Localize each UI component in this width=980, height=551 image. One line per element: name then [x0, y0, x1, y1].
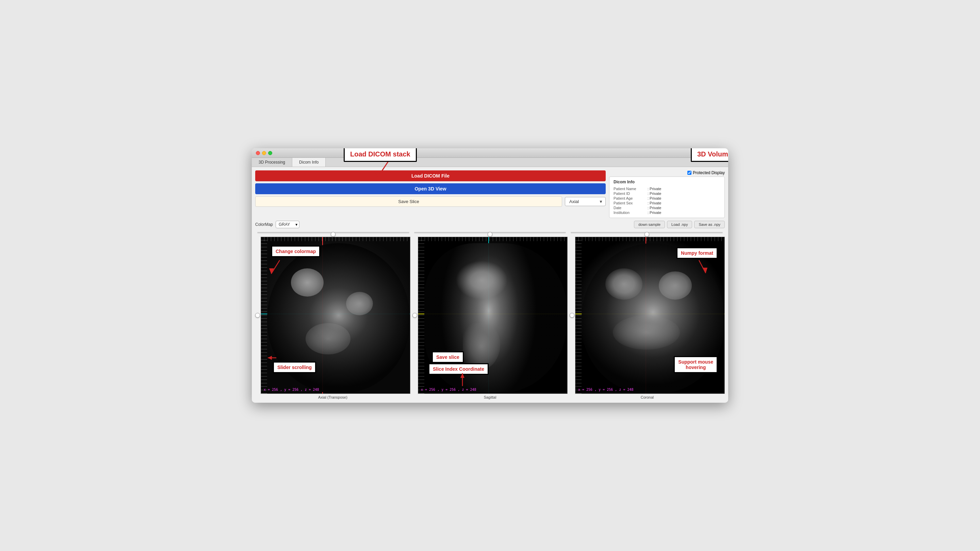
dicom-patient-name: Patient Name : Private: [614, 186, 721, 191]
dicom-date: Date : Private: [614, 205, 721, 210]
svg-line-2: [271, 260, 280, 274]
sagittal-label: Sagittal: [484, 395, 496, 399]
load-dicom-button[interactable]: Load DICOM File: [255, 170, 606, 181]
dicom-institution: Institution : Private: [614, 210, 721, 215]
minimize-button[interactable]: [262, 151, 266, 155]
traffic-lights: [256, 151, 272, 155]
colormap-dropdown-wrapper: GRAY HOT JET ▼: [275, 221, 299, 228]
axial-viewer-container: x = 256 , y = 256 , z = 248 Change color…: [255, 237, 410, 399]
maximize-button[interactable]: [268, 151, 272, 155]
ct-cor-highlight1: [605, 268, 643, 300]
coronal-viewer-container: x = 256 , y = 256 , z = 248 Numpy format…: [570, 237, 725, 399]
ct-body-axial: [267, 243, 410, 394]
scale-ticks-left-cor: [576, 237, 582, 394]
ct-highlight-3: [305, 323, 350, 354]
close-button[interactable]: [256, 151, 260, 155]
load-npy-button[interactable]: Load .npy: [667, 221, 692, 228]
ct-sag-highlight: [456, 260, 508, 300]
coronal-label: Coronal: [641, 395, 654, 399]
arrow-change-colormap: [268, 260, 282, 277]
dicom-info-panel: Dicom Info Patient Name : Private Patien…: [609, 176, 725, 218]
scale-ticks-top-cor: [576, 237, 724, 241]
save-npy-button[interactable]: Save as .npy: [694, 221, 725, 228]
colormap-row: ColorMap GRAY HOT JET ▼: [255, 221, 299, 228]
top-slider-axial[interactable]: [257, 230, 409, 235]
tab-3d-processing[interactable]: 3D Processing: [252, 158, 292, 167]
scale-ticks-top-sag: [418, 237, 567, 241]
sagittal-viewer-with-slider: x = 256 , y = 256 , z = 248 Save slice S…: [412, 237, 568, 394]
axial-viewer-with-slider: x = 256 , y = 256 , z = 248 Change color…: [255, 237, 410, 394]
top-slider-coronal[interactable]: [571, 230, 723, 235]
right-buttons: down sample Load .npy Save as .npy: [634, 221, 725, 228]
protected-display-checkbox[interactable]: [687, 171, 692, 175]
scale-ticks-top: [261, 237, 410, 241]
axial-side-slider[interactable]: [255, 237, 260, 394]
ct-cor-highlight2: [659, 272, 692, 300]
axial-viewer[interactable]: x = 256 , y = 256 , z = 248 Change color…: [261, 237, 410, 394]
dicom-info-title: Dicom Info: [614, 179, 721, 184]
colormap-label: ColorMap: [255, 222, 273, 227]
axial-dropdown[interactable]: Axial Sagittal Coronal: [565, 197, 606, 206]
top-slider-sagittal[interactable]: [414, 230, 566, 235]
svg-marker-5: [268, 356, 272, 360]
down-sample-button[interactable]: down sample: [634, 221, 665, 228]
coronal-side-slider[interactable]: [570, 237, 574, 394]
svg-marker-3: [269, 268, 274, 274]
sagittal-viewer[interactable]: x = 256 , y = 256 , z = 248 Save slice S…: [418, 237, 568, 394]
sagittal-side-slider[interactable]: [412, 237, 417, 394]
dicom-patient-age: Patient Age : Private: [614, 196, 721, 201]
app-window: 3D Processing Dicom Info Load DICOM stac…: [252, 148, 728, 403]
protected-display-label: Protected Display: [693, 170, 725, 175]
coronal-viewer-with-slider: x = 256 , y = 256 , z = 248 Numpy format…: [570, 237, 725, 394]
coronal-viewer[interactable]: x = 256 , y = 256 , z = 248 Numpy format…: [575, 237, 725, 394]
scale-ticks-left: [261, 237, 267, 394]
save-slice-button[interactable]: Save Slice: [255, 196, 562, 207]
ct-cor-highlight3: [613, 315, 680, 349]
viewers-row: x = 256 , y = 256 , z = 248 Change color…: [255, 237, 725, 399]
sagittal-viewer-container: x = 256 , y = 256 , z = 248 Save slice S…: [412, 237, 568, 399]
ct-highlight-2: [346, 292, 373, 315]
scale-ticks-left-sag: [418, 237, 424, 394]
ct-highlight-1: [291, 268, 324, 297]
dicom-patient-id: Patient ID : Private: [614, 191, 721, 196]
open-3d-button[interactable]: Open 3D View: [255, 183, 606, 194]
content-area: Load DICOM stack 3D Volume reconstructio…: [252, 167, 728, 403]
colormap-select[interactable]: GRAY HOT JET: [275, 221, 299, 228]
axial-label: Axial (Transpose): [318, 395, 347, 399]
dicom-patient-sex: Patient Sex : Private: [614, 201, 721, 205]
tabs-bar: 3D Processing Dicom Info: [252, 158, 728, 167]
title-bar: [252, 148, 728, 158]
axial-dropdown-wrapper: Axial Sagittal Coronal ▼: [565, 197, 606, 206]
tab-dicom-info[interactable]: Dicom Info: [292, 158, 326, 167]
